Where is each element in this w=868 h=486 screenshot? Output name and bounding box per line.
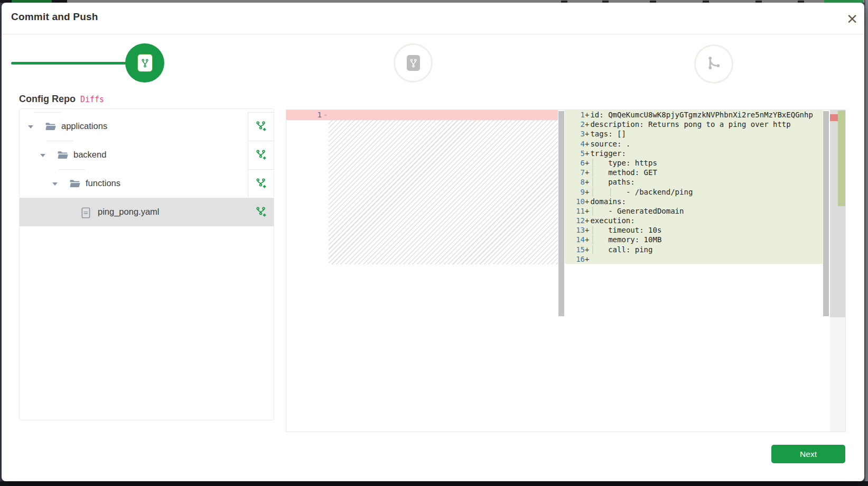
diffs-tag: Diffs [80,95,104,104]
diff-added-line: 1+id: QmQeKumcU8wK8pjyGTgmzkNVPhbnXi2re5… [565,110,823,120]
diff-added-line: 4+source: . [565,139,823,149]
caret-down-icon[interactable] [40,154,45,157]
close-icon[interactable]: × [843,9,862,28]
file-tree-rows: applicationsbackendfunctionsping_pong.ya… [20,112,274,226]
diff-empty-hatch [329,120,558,264]
diff-right-scrollbar[interactable] [823,110,829,432]
code-text: │ memory: 10MB [589,235,661,244]
code-text: tags: [] [589,129,626,139]
diff-added-line: 14+│ memory: 10MB [565,235,823,244]
overview-addition-mark [838,111,846,206]
addition-marker: + [585,129,589,139]
diff-added-line: 7+│ method: GET [565,168,823,177]
tree-item-label: ping_pong.yaml [98,207,160,217]
stepper-step-commit [394,43,433,82]
tree-row-backend[interactable]: backend [20,141,274,169]
addition-marker: + [585,120,589,129]
file-tree: applicationsbackendfunctionsping_pong.ya… [19,108,274,420]
diff-added-line: 6+│ type: https [565,158,823,168]
tree-row-applications[interactable]: applications [20,112,274,141]
diff-added-line: 11+│ - GeneratedDomain [565,206,823,216]
code-text: │ - GeneratedDomain [589,206,684,216]
line-number: 2 [565,120,585,129]
indent-guide: │ [590,168,594,177]
diff-new-pane: 1+id: QmQeKumcU8wK8pjyGTgmzkNVPhbnXi2re5… [565,110,823,264]
file-icon [81,207,90,221]
diff-action-cell[interactable] [248,198,274,226]
diff-added-line: 10+domains: [565,197,823,206]
addition-marker: + [585,177,589,187]
git-branch-plus-icon[interactable] [256,121,266,133]
page-scrollbar[interactable] [864,0,868,486]
indent-guide: │ [590,207,594,215]
addition-marker: + [585,216,589,225]
git-merge-icon [706,55,722,73]
indent-guide: │ [590,178,594,186]
git-branch-icon [138,54,152,71]
diff-added-line: 12+execution: [565,216,823,225]
diff-old-lines: 1- [286,110,558,120]
caret-down-icon[interactable] [28,125,33,129]
line-number: 15 [565,245,585,254]
diff-overview-ruler[interactable] [830,110,846,317]
config-repo-title: Config Repo [19,94,76,105]
caret-down-icon[interactable] [52,182,58,186]
code-text: │ timeout: 10s [589,225,661,235]
tree-row-separator [71,198,97,198]
line-number: 13 [565,225,585,235]
line-number: 5 [565,149,585,158]
git-branch-plus-icon[interactable] [256,149,266,162]
code-text [328,110,329,120]
line-number: 11 [565,206,585,216]
next-button[interactable]: Next [771,445,845,463]
addition-marker: + [585,254,589,264]
code-text: │ type: https [589,158,657,168]
line-number: 7 [565,168,585,177]
diff-deleted-line: 1- [286,110,558,120]
line-number: 14 [565,235,585,244]
tree-row-functions[interactable]: functions [20,169,274,198]
diff-action-cell[interactable] [248,112,274,141]
indent-guide: │ [590,159,594,167]
tree-item-label: backend [73,150,106,160]
diff-action-cell[interactable] [248,169,274,198]
stepper-step-push [694,44,733,84]
indent-guide: │ [608,188,612,196]
section-heading: Config Repo Diffs [19,94,104,107]
addition-marker: + [585,139,589,149]
tree-item-label: applications [61,121,107,131]
addition-marker: + [585,149,589,158]
diff-new-lines: 1+id: QmQeKumcU8wK8pjyGTgmzkNVPhbnXi2re5… [565,110,823,264]
git-branch-plus-icon[interactable] [256,206,266,219]
tree-item-label: functions [86,178,120,188]
stepper-step-diffs [125,43,164,82]
line-number: 12 [565,216,585,225]
code-text: id: QmQeKumcU8wK8pjyGTgmzkNVPhbnXi2re5nM… [589,110,813,120]
code-text: │ │ - /backend/ping [589,187,693,197]
line-number: 1 [565,110,585,120]
git-branch-icon [407,55,420,71]
diff-added-line: 3+tags: [] [565,129,823,139]
diff-added-line: 2+description: Returns pong to a ping ov… [565,120,823,129]
diff-added-line: 15+│ call: ping [565,245,823,254]
diff-added-line: 5+trigger: [565,149,823,158]
diff-added-line: 13+│ timeout: 10s [565,225,823,235]
addition-marker: + [585,225,589,235]
addition-marker: + [585,197,589,206]
line-number: 8 [565,177,585,187]
tree-row-separator [46,141,73,141]
addition-marker: + [585,110,589,120]
tree-row-ping_pong.yaml[interactable]: ping_pong.yaml [20,198,274,226]
diff-left-scrollbar[interactable] [558,110,565,432]
scrollbar-thumb[interactable] [558,111,564,316]
diff-viewer: 1- 1+id: QmQeKumcU8wK8pjyGTgmzkNVPhbnXi2… [286,109,846,432]
git-branch-plus-icon[interactable] [256,178,266,190]
scrollbar-thumb[interactable] [823,111,829,316]
indent-guide: │ [590,235,594,244]
overview-deletion-mark [830,114,838,121]
tree-row-separator [34,112,61,113]
diff-action-cell[interactable] [248,141,274,169]
dialog-header: Commit and Push × [2,3,864,34]
addition-marker: + [585,245,589,254]
code-text: source: . [589,139,630,149]
